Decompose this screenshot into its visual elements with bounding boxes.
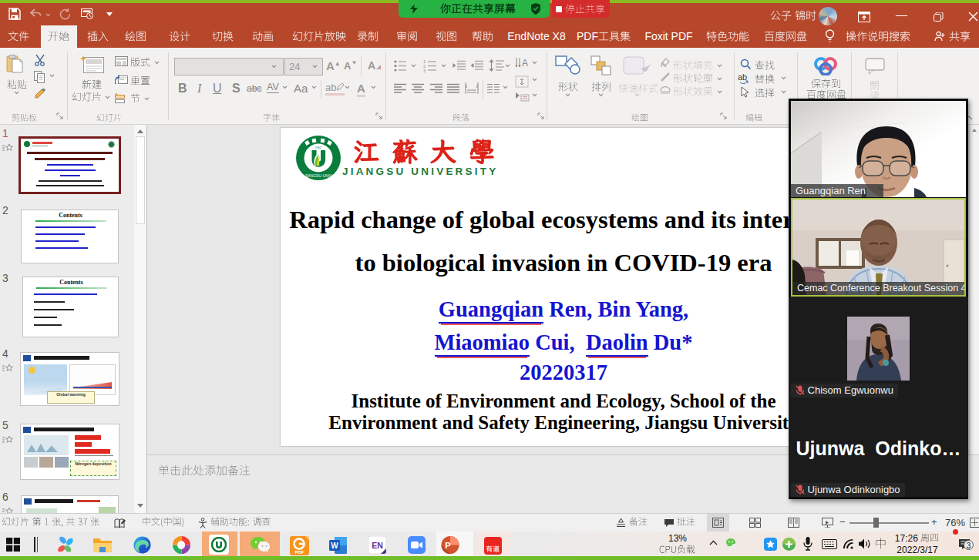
svg-text:JIANGSU·UNIV: JIANGSU·UNIV [304, 173, 332, 178]
svg-text:1902: 1902 [315, 146, 321, 149]
svg-text:3: 3 [423, 69, 426, 72]
svg-text:EN: EN [372, 541, 383, 550]
svg-text:P: P [445, 541, 450, 550]
svg-text:A: A [522, 58, 528, 69]
svg-text:PDF: PDF [295, 550, 304, 555]
svg-text:W: W [331, 542, 338, 550]
svg-text:ab: ab [738, 72, 747, 82]
